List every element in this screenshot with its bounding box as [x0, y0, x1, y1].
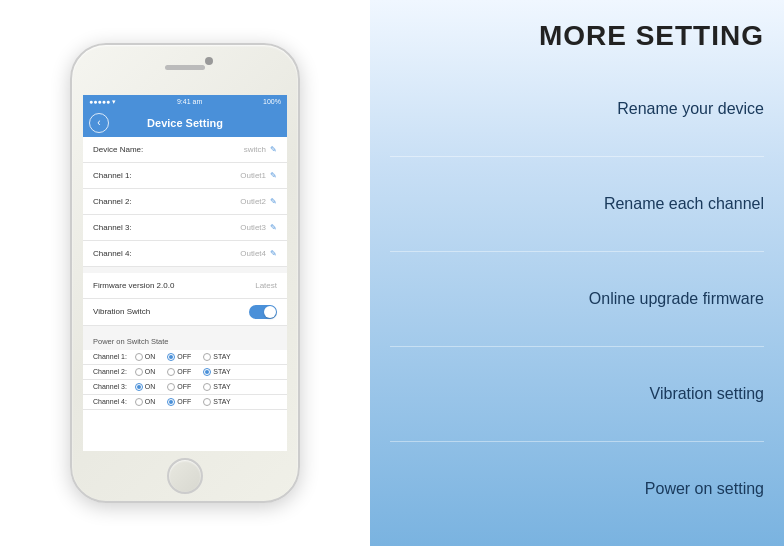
power-ch3-stay-radio[interactable] [203, 383, 211, 391]
nav-bar: ‹ Device Setting [83, 109, 287, 137]
feature-power-on: Power on setting [390, 442, 764, 536]
home-button[interactable] [167, 458, 203, 494]
back-icon: ‹ [97, 117, 100, 128]
power-ch3-off-radio[interactable] [167, 383, 175, 391]
feature-upgrade-firmware-text: Online upgrade firmware [589, 290, 764, 308]
power-ch2-off-group: OFF [167, 368, 195, 376]
feature-rename-device: Rename your device [390, 62, 764, 157]
power-ch3-label: Channel 3: [93, 383, 127, 390]
power-ch2-stay-label: STAY [213, 368, 230, 375]
power-ch2-off-label: OFF [177, 368, 191, 375]
channel-2-edit-icon[interactable]: ✎ [270, 197, 277, 206]
feature-rename-channel-text: Rename each channel [604, 195, 764, 213]
power-ch1-stay-radio[interactable] [203, 353, 211, 361]
settings-list: Device Name: switch ✎ Channel 1: Outlet1… [83, 137, 287, 410]
power-ch1-off-label: OFF [177, 353, 191, 360]
power-ch4-off-label: OFF [177, 398, 191, 405]
firmware-label: Firmware version 2.0.0 [93, 281, 174, 290]
channel-3-row: Channel 3: Outlet3 ✎ [83, 215, 287, 241]
power-ch3-on-radio[interactable] [135, 383, 143, 391]
feature-upgrade-firmware: Online upgrade firmware [390, 252, 764, 347]
power-ch4-stay-label: STAY [213, 398, 230, 405]
power-ch2-on-radio[interactable] [135, 368, 143, 376]
channel-3-label: Channel 3: [93, 223, 132, 232]
channel-1-row: Channel 1: Outlet1 ✎ [83, 163, 287, 189]
power-ch4-off-radio[interactable] [167, 398, 175, 406]
channel-4-edit-icon[interactable]: ✎ [270, 249, 277, 258]
channel-2-value: Outlet2 ✎ [240, 197, 277, 206]
feature-vibration: Vibration setting [390, 347, 764, 442]
vibration-row: Vibration Switch [83, 299, 287, 326]
device-name-edit-icon[interactable]: ✎ [270, 145, 277, 154]
feature-vibration-text: Vibration setting [650, 385, 764, 403]
power-ch1-off-group: OFF [167, 353, 195, 361]
power-row-ch2: Channel 2: ON OFF STAY [83, 365, 287, 380]
phone-camera [205, 57, 213, 65]
channel-3-value: Outlet3 ✎ [240, 223, 277, 232]
power-row-ch1: Channel 1: ON OFF STAY [83, 350, 287, 365]
power-ch4-on-group: ON [135, 398, 160, 406]
right-section: MORE SETTING Rename your device Rename e… [370, 0, 784, 546]
power-ch1-off-radio[interactable] [167, 353, 175, 361]
firmware-value: Latest [255, 281, 277, 290]
phone-speaker [165, 65, 205, 70]
channel-4-row: Channel 4: Outlet4 ✎ [83, 241, 287, 267]
power-ch1-on-label: ON [145, 353, 156, 360]
power-ch4-stay-group: STAY [203, 398, 234, 406]
power-ch3-stay-label: STAY [213, 383, 230, 390]
feature-rename-channel: Rename each channel [390, 157, 764, 252]
channel-2-row: Channel 2: Outlet2 ✎ [83, 189, 287, 215]
power-row-ch4: Channel 4: ON OFF STAY [83, 395, 287, 410]
phone-bottom [167, 451, 203, 501]
power-ch3-off-label: OFF [177, 383, 191, 390]
power-ch3-on-label: ON [145, 383, 156, 390]
power-ch2-on-group: ON [135, 368, 160, 376]
power-ch1-stay-label: STAY [213, 353, 230, 360]
channel-2-label: Channel 2: [93, 197, 132, 206]
firmware-row: Firmware version 2.0.0 Latest [83, 273, 287, 299]
device-name-value: switch ✎ [244, 145, 277, 154]
channel-3-edit-icon[interactable]: ✎ [270, 223, 277, 232]
status-bar: ●●●●● ▾ 9:41 am 100% [83, 95, 287, 109]
feature-rename-device-text: Rename your device [617, 100, 764, 118]
power-ch2-stay-group: STAY [203, 368, 234, 376]
back-button[interactable]: ‹ [89, 113, 109, 133]
phone-top [72, 45, 298, 95]
power-ch4-on-label: ON [145, 398, 156, 405]
power-on-section-label: Power on Switch State [93, 337, 168, 346]
channel-1-value: Outlet1 ✎ [240, 171, 277, 180]
power-ch2-off-radio[interactable] [167, 368, 175, 376]
power-ch4-off-group: OFF [167, 398, 195, 406]
channel-4-value: Outlet4 ✎ [240, 249, 277, 258]
device-name-label: Device Name: [93, 145, 143, 154]
power-ch4-label: Channel 4: [93, 398, 127, 405]
time-display: 9:41 am [177, 98, 202, 105]
feature-power-on-text: Power on setting [645, 480, 764, 498]
device-name-row: Device Name: switch ✎ [83, 137, 287, 163]
feature-items-list: Rename your device Rename each channel O… [390, 62, 764, 536]
phone-screen: ●●●●● ▾ 9:41 am 100% ‹ Device Setting De… [83, 95, 287, 451]
channel-1-edit-icon[interactable]: ✎ [270, 171, 277, 180]
vibration-toggle[interactable] [249, 305, 277, 319]
power-ch2-stay-radio[interactable] [203, 368, 211, 376]
power-ch1-on-radio[interactable] [135, 353, 143, 361]
power-on-section-header: Power on Switch State [83, 326, 287, 350]
vibration-label: Vibration Switch [93, 307, 150, 316]
power-ch2-label: Channel 2: [93, 368, 127, 375]
channel-4-label: Channel 4: [93, 249, 132, 258]
signal-indicator: ●●●●● ▾ [89, 98, 116, 106]
power-ch4-on-radio[interactable] [135, 398, 143, 406]
battery-indicator: 100% [263, 98, 281, 105]
left-section: ●●●●● ▾ 9:41 am 100% ‹ Device Setting De… [0, 0, 370, 546]
power-ch3-on-group: ON [135, 383, 160, 391]
phone-mockup: ●●●●● ▾ 9:41 am 100% ‹ Device Setting De… [70, 43, 300, 503]
toggle-knob [264, 306, 276, 318]
channel-1-label: Channel 1: [93, 171, 132, 180]
power-ch3-stay-group: STAY [203, 383, 234, 391]
power-ch1-on-group: ON [135, 353, 160, 361]
nav-title: Device Setting [147, 117, 223, 129]
power-row-ch3: Channel 3: ON OFF STAY [83, 380, 287, 395]
power-ch4-stay-radio[interactable] [203, 398, 211, 406]
power-ch1-label: Channel 1: [93, 353, 127, 360]
power-ch1-stay-group: STAY [203, 353, 234, 361]
